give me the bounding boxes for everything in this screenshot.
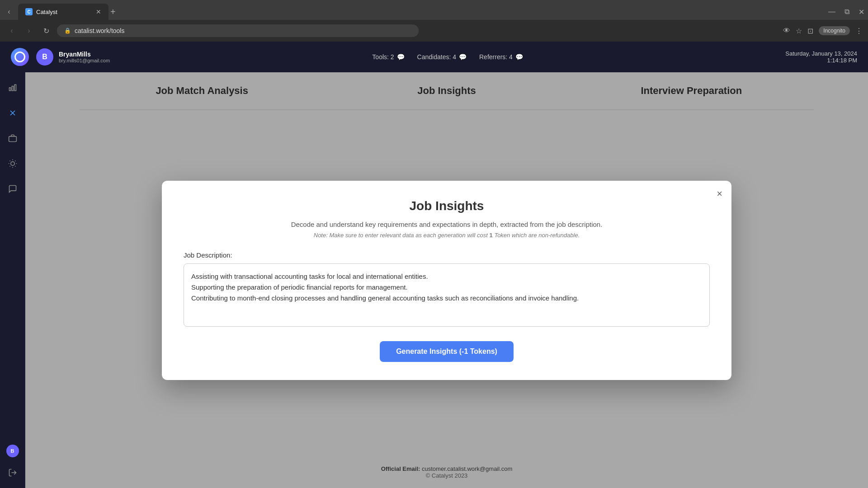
candidates-stat: Candidates: 4 💬 xyxy=(417,53,467,61)
app-logo xyxy=(11,48,29,66)
tools-stat-icon: 💬 xyxy=(397,53,405,61)
incognito-badge: Incognito xyxy=(819,26,850,35)
close-window-button[interactable]: ✕ xyxy=(859,8,864,16)
lock-icon: 🔒 xyxy=(64,28,71,34)
header-time: 1:14:18 PM xyxy=(785,57,857,64)
browser-tab[interactable]: C Catalyst ✕ xyxy=(18,4,108,20)
candidates-stat-icon: 💬 xyxy=(459,53,467,61)
star-icon[interactable]: ☆ xyxy=(796,27,802,35)
sidebar: B xyxy=(0,72,25,488)
svg-rect-5 xyxy=(9,136,16,142)
referrers-stat-icon: 💬 xyxy=(515,53,523,61)
svg-point-6 xyxy=(10,162,14,165)
back-button[interactable]: ‹ xyxy=(5,24,18,37)
sidebar-item-briefcase[interactable] xyxy=(5,130,21,146)
minimize-button[interactable]: — xyxy=(828,8,835,16)
referrers-stat-label: Referrers: 4 xyxy=(479,53,513,61)
header-datetime: Saturday, January 13, 2024 1:14:18 PM xyxy=(785,50,857,64)
modal-note-token: 1 xyxy=(490,232,493,239)
job-description-label: Job Description: xyxy=(184,251,710,259)
user-section: B BryanMills bry.mills01@gmail.com xyxy=(36,48,110,66)
referrers-stat: Referrers: 4 💬 xyxy=(479,53,523,61)
maximize-button[interactable]: ⧉ xyxy=(844,8,849,16)
modal-note: Note: Make sure to enter relevant data a… xyxy=(184,232,710,239)
svg-rect-1 xyxy=(12,86,13,91)
tools-stat-label: Tools: 2 xyxy=(372,53,394,61)
user-email: bry.mills01@gmail.com xyxy=(59,58,110,63)
modal-overlay: × Job Insights Decode and understand key… xyxy=(25,72,868,488)
modal-description: Decode and understand key requirements a… xyxy=(184,221,710,228)
new-tab-button[interactable]: + xyxy=(110,7,116,17)
forward-button[interactable]: › xyxy=(23,24,35,37)
more-menu-icon[interactable]: ⋮ xyxy=(855,27,863,35)
sidebar-toggle-icon[interactable]: ⊡ xyxy=(807,27,813,35)
tools-stat: Tools: 2 💬 xyxy=(372,53,404,61)
generate-insights-button[interactable]: Generate Insights (-1 Tokens) xyxy=(380,341,514,362)
modal-note-prefix: Note: Make sure to enter relevant data a… xyxy=(314,232,490,239)
user-name: BryanMills xyxy=(59,51,110,58)
tab-back-history[interactable]: ‹ xyxy=(4,6,14,17)
sidebar-logout-icon[interactable] xyxy=(5,465,21,481)
svg-rect-0 xyxy=(9,88,10,91)
candidates-stat-label: Candidates: 4 xyxy=(417,53,456,61)
job-description-textarea[interactable]: Assisting with transactional accounting … xyxy=(184,263,710,327)
page-content: Job Match Analysis Job Insights Intervie… xyxy=(25,72,868,488)
sidebar-item-chat[interactable] xyxy=(5,181,21,197)
refresh-button[interactable]: ↻ xyxy=(40,24,52,37)
sidebar-item-insights[interactable] xyxy=(5,155,21,172)
sidebar-item-tools[interactable] xyxy=(5,105,21,121)
svg-rect-2 xyxy=(14,84,16,90)
modal-close-button[interactable]: × xyxy=(717,188,722,200)
tab-close-button[interactable]: ✕ xyxy=(96,8,101,15)
sidebar-user-avatar[interactable]: B xyxy=(6,445,19,457)
sidebar-item-analytics[interactable] xyxy=(5,80,21,96)
job-insights-modal: × Job Insights Decode and understand key… xyxy=(162,181,731,380)
app-header: B BryanMills bry.mills01@gmail.com Tools… xyxy=(0,42,868,72)
tab-title: Catalyst xyxy=(36,9,92,15)
url-bar[interactable]: 🔒 catalist.work/tools xyxy=(57,24,419,37)
eye-off-icon: 👁 xyxy=(783,27,790,35)
header-date: Saturday, January 13, 2024 xyxy=(785,50,857,57)
tab-favicon: C xyxy=(25,8,33,15)
avatar: B xyxy=(36,48,53,66)
modal-note-suffix: Token which are non-refundable. xyxy=(493,232,580,239)
modal-title: Job Insights xyxy=(184,199,710,213)
url-text: catalist.work/tools xyxy=(75,27,411,34)
